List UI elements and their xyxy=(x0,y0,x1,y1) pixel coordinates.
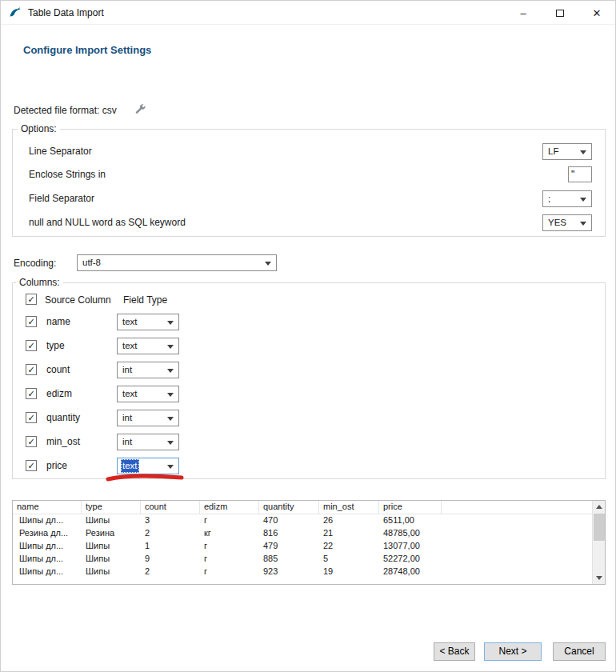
checkbox-count[interactable]: ✓ xyxy=(26,364,37,375)
checkbox-price[interactable]: ✓ xyxy=(26,460,37,471)
column-label: quantity xyxy=(46,412,80,423)
chevron-down-icon xyxy=(167,393,174,397)
table-cell: Шипы xyxy=(82,540,141,553)
line-separator-label: Line Separator xyxy=(29,146,92,157)
cancel-button[interactable]: Cancel xyxy=(553,642,606,661)
option-row-field-separator: Field Separator ; xyxy=(29,190,592,207)
encoding-select[interactable]: utf-8 xyxy=(77,254,277,271)
table-cell: г xyxy=(200,540,259,553)
column-label: count xyxy=(46,364,70,375)
enclose-strings-label: Enclose Strings in xyxy=(29,169,106,180)
checkbox-type[interactable]: ✓ xyxy=(26,340,37,351)
table-cell: кг xyxy=(200,527,259,540)
table-cell: 2 xyxy=(141,566,200,578)
table-cell: Резина дл... xyxy=(13,527,82,540)
select-all-checkbox[interactable]: ✓ xyxy=(26,294,37,305)
checkbox-quantity[interactable]: ✓ xyxy=(26,412,37,423)
chevron-down-icon xyxy=(167,369,174,373)
field-type-select-quantity[interactable]: int xyxy=(117,410,179,426)
table-row: Шипы дл... Шипы 1 г 479 22 13077,00 xyxy=(13,540,605,553)
line-separator-select[interactable]: LF xyxy=(542,143,592,160)
preview-header-cell: name xyxy=(13,501,82,514)
encoding-label: Encoding: xyxy=(14,258,56,269)
preview-header-cell: price xyxy=(379,501,442,514)
checkbox-name[interactable]: ✓ xyxy=(26,316,37,327)
chevron-down-icon xyxy=(265,262,271,266)
check-icon: ✓ xyxy=(27,414,34,422)
table-cell: 885 xyxy=(259,553,319,566)
check-icon: ✓ xyxy=(27,342,34,350)
column-row-min-ost: ✓ min_ost int xyxy=(13,434,605,451)
table-cell: Шипы xyxy=(82,514,141,527)
table-cell: Шипы xyxy=(82,566,141,578)
chevron-down-icon xyxy=(167,441,174,445)
enclose-strings-input[interactable] xyxy=(568,166,592,182)
chevron-down-icon xyxy=(580,150,586,154)
table-cell: 19 xyxy=(319,566,379,578)
field-type-select-name[interactable]: text xyxy=(117,314,179,330)
field-type-select-count[interactable]: int xyxy=(117,362,179,378)
column-row-name: ✓ name text xyxy=(13,314,605,331)
field-type-select-min-ost[interactable]: int xyxy=(117,434,179,450)
check-icon: ✓ xyxy=(27,366,34,374)
next-button[interactable]: Next > xyxy=(484,642,542,661)
mysql-dolphin-icon xyxy=(9,6,22,19)
checkbox-min-ost[interactable]: ✓ xyxy=(26,436,37,447)
preview-header-cell: edizm xyxy=(200,501,259,514)
check-icon: ✓ xyxy=(27,295,34,304)
field-type-select-edizm[interactable]: text xyxy=(117,386,179,402)
table-cell: 1 xyxy=(141,540,200,553)
window-title: Table Data Import xyxy=(28,7,104,18)
scroll-down-button[interactable] xyxy=(593,572,606,584)
table-cell: г xyxy=(200,566,259,578)
table-cell: 22 xyxy=(319,540,379,553)
check-icon: ✓ xyxy=(27,390,34,398)
options-group: Options: Line Separator LF Enclose Strin… xyxy=(12,129,606,237)
table-cell: 28748,00 xyxy=(379,566,442,578)
columns-group: Columns: ✓ Source Column Field Type ✓ na… xyxy=(12,282,606,479)
column-row-price: ✓ price text xyxy=(13,458,605,475)
column-row-count: ✓ count int xyxy=(13,362,605,379)
column-row-quantity: ✓ quantity int xyxy=(13,410,605,427)
table-cell: Шипы дл... xyxy=(13,566,82,578)
table-row: Шипы дл... Шипы 9 г 885 5 52272,00 xyxy=(13,553,605,566)
chevron-down-icon xyxy=(580,198,586,202)
minimize-icon: – xyxy=(520,7,526,19)
wrench-icon[interactable] xyxy=(134,104,146,116)
column-label: edizm xyxy=(46,388,72,399)
chevron-down-icon xyxy=(580,222,586,226)
checkbox-edizm[interactable]: ✓ xyxy=(26,388,37,399)
chevron-down-icon xyxy=(167,345,174,349)
table-cell: 2 xyxy=(141,527,200,540)
field-type-select-price[interactable]: text xyxy=(117,458,179,474)
column-label: name xyxy=(46,316,70,327)
table-cell: 5 xyxy=(319,553,379,566)
field-type-select-type[interactable]: text xyxy=(117,338,179,354)
scrollbar-thumb[interactable] xyxy=(594,514,605,541)
table-data-import-window: Table Data Import – ✕ Configure Import S… xyxy=(0,0,616,672)
table-cell: 52272,00 xyxy=(379,553,442,566)
close-button[interactable]: ✕ xyxy=(578,1,615,25)
preview-header-cell: min_ost xyxy=(319,501,379,514)
table-cell: 21 xyxy=(319,527,379,540)
null-keyword-select[interactable]: YES xyxy=(542,214,592,231)
column-label: min_ost xyxy=(46,436,80,447)
preview-header-cell: quantity xyxy=(259,501,319,514)
table-cell: Шипы xyxy=(82,553,141,566)
scroll-up-button[interactable] xyxy=(593,501,606,513)
field-type-header: Field Type xyxy=(123,294,167,306)
table-cell: г xyxy=(200,553,259,566)
preview-header-cell: count xyxy=(141,501,200,514)
table-cell: 13077,00 xyxy=(379,540,442,553)
table-cell: 9 xyxy=(141,553,200,566)
field-separator-select[interactable]: ; xyxy=(542,190,592,207)
minimize-button[interactable]: – xyxy=(505,1,542,25)
maximize-button[interactable] xyxy=(542,1,578,25)
close-icon: ✕ xyxy=(593,7,602,19)
back-button[interactable]: < Back xyxy=(434,642,475,661)
table-row: Резина дл... Резина 2 кг 816 21 48785,00 xyxy=(13,527,605,540)
table-cell: 26 xyxy=(319,514,379,527)
preview-header-cell: type xyxy=(82,501,141,514)
vertical-scrollbar[interactable] xyxy=(592,501,605,584)
null-keyword-label: null and NULL word as SQL keyword xyxy=(29,217,186,228)
